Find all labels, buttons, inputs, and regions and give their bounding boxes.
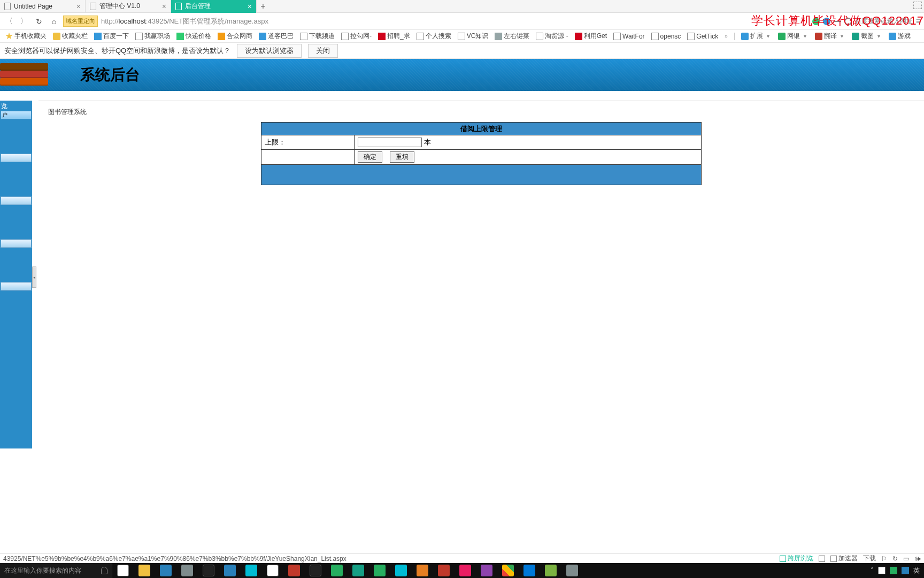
accelerator-button[interactable]: 加速器 [830, 554, 858, 563]
app-button[interactable] [283, 563, 305, 578]
app-button[interactable] [412, 563, 433, 578]
app-button[interactable] [433, 563, 455, 578]
tray-chevron-icon[interactable]: ˄ [871, 567, 874, 574]
bookmark-item[interactable]: 左右键菜 [492, 32, 532, 41]
default-browser-notice: 安全浏览器可以保护网购安全、秒开QQ空间和新浪微博，是否设为默认？ 设为默认浏览… [0, 43, 924, 59]
ext-icon [741, 33, 749, 40]
app-button[interactable] [262, 563, 283, 578]
refresh-button[interactable] [819, 556, 825, 562]
qq-button[interactable] [198, 563, 219, 578]
app-button[interactable] [155, 563, 176, 578]
edge-button[interactable] [519, 563, 540, 578]
app-button[interactable] [561, 563, 583, 578]
new-tab-button[interactable]: + [257, 2, 270, 11]
bookmark-item[interactable]: 我赢职场 [133, 32, 172, 41]
tab-untitled[interactable]: Untitled Page × [0, 0, 86, 13]
site-icon [575, 33, 582, 40]
reload-button[interactable]: ↻ [33, 16, 45, 27]
doc-icon [536, 33, 543, 40]
bookmark-item[interactable]: GetTick [685, 33, 720, 40]
bookmark-item[interactable]: WaitFor [611, 33, 647, 40]
doc-icon [417, 33, 424, 40]
reset-button[interactable]: 重填 [390, 151, 414, 163]
app-button[interactable] [305, 563, 326, 578]
app-button[interactable] [176, 563, 198, 578]
ext-item[interactable]: 游戏 [887, 32, 913, 41]
doc-icon [300, 33, 307, 40]
tab-admin-center[interactable]: 管理中心 V1.0 × [86, 0, 171, 13]
ext-item[interactable]: 翻译▾ [813, 32, 848, 41]
ext-icon [889, 33, 896, 40]
back-button[interactable]: 〈 [3, 16, 15, 27]
mic-icon[interactable] [101, 567, 107, 574]
close-icon[interactable]: × [248, 2, 252, 11]
set-default-button[interactable]: 设为默认浏览器 [237, 44, 302, 58]
bookmark-item[interactable]: 快递价格 [174, 32, 213, 41]
home-button[interactable]: ⌂ [48, 16, 60, 27]
doc-icon [613, 33, 621, 40]
divider [734, 33, 735, 40]
bookmark-item[interactable]: 下载频道 [298, 32, 337, 41]
star-icon [5, 33, 13, 40]
tray-icon[interactable] [902, 567, 909, 574]
sidebar-item[interactable]: 户 [1, 111, 32, 119]
chrome-button[interactable] [497, 563, 519, 578]
app-button[interactable] [540, 563, 561, 578]
tab-label: 管理中心 V1.0 [99, 2, 140, 11]
sidebar-collapse-handle[interactable]: ◂ [32, 267, 36, 288]
form-footer [261, 165, 702, 185]
close-icon[interactable]: × [76, 2, 81, 11]
sidebar-item[interactable] [1, 196, 32, 205]
sidebar-item[interactable] [1, 154, 32, 162]
bookmark-item[interactable]: 百度一下 [92, 32, 131, 41]
app-button[interactable] [219, 563, 241, 578]
taskbar-search[interactable]: 在这里输入你要搜索的内容 [0, 563, 112, 578]
tab-backend[interactable]: 后台管理 × [171, 0, 257, 13]
sound-icon[interactable]: 🕪 [914, 555, 921, 562]
bookmark-item[interactable]: 手机收藏夹 [3, 32, 49, 41]
task-view-button[interactable] [112, 563, 134, 578]
ext-item[interactable]: 网银▾ [776, 32, 811, 41]
app-button[interactable] [348, 563, 369, 578]
tray-icon[interactable] [890, 567, 897, 574]
bookmark-item[interactable]: 个人搜索 [414, 32, 453, 41]
form-title: 借阅上限管理 [261, 123, 702, 135]
bookmark-item[interactable]: 道客巴巴 [257, 32, 296, 41]
close-icon[interactable]: × [162, 2, 166, 11]
sync-icon[interactable]: ↻ [892, 555, 898, 562]
window-restore-icon[interactable] [913, 2, 922, 9]
bookmark-item[interactable]: 合众网商 [215, 32, 255, 41]
bookmark-item[interactable]: 收藏夹栏 [51, 32, 90, 41]
close-notice-button[interactable]: 关闭 [308, 44, 338, 58]
app-button[interactable] [455, 563, 476, 578]
app-button[interactable] [476, 563, 497, 578]
file-explorer-button[interactable] [134, 563, 155, 578]
sidebar-item[interactable] [1, 239, 32, 248]
bookmark-item[interactable]: 淘货源 - [534, 32, 570, 41]
flag-icon[interactable]: ⚐ [881, 555, 887, 562]
ime-indicator[interactable]: 英 [913, 566, 920, 575]
app-button[interactable] [241, 563, 262, 578]
ext-item[interactable]: 扩展▾ [739, 32, 774, 41]
bookmark-item[interactable]: 招聘_求 [376, 32, 412, 41]
chevron-right-icon[interactable]: » [722, 33, 730, 39]
confirm-button[interactable]: 确定 [358, 151, 382, 163]
url-display[interactable]: http://localhost:43925/NET图书管理系统/manage.… [101, 17, 268, 26]
ext-item[interactable]: 截图▾ [850, 32, 884, 41]
folder-icon [53, 33, 60, 40]
download-button[interactable]: 下载 [863, 554, 876, 563]
app-button[interactable] [390, 563, 412, 578]
limit-input[interactable] [358, 138, 422, 147]
bookmark-item[interactable]: VC知识 [456, 32, 491, 41]
sidebar-item[interactable] [1, 282, 32, 291]
app-button[interactable] [369, 563, 390, 578]
bookmark-item[interactable]: 利用Get [573, 32, 609, 41]
app-button[interactable] [326, 563, 348, 578]
status-bar: 43925/NET%e5%9b%be%e4%b9%a6%e7%ae%a1%e7%… [0, 553, 924, 563]
bookmark-item[interactable]: 拉勾网- [339, 32, 374, 41]
cross-screen-button[interactable]: 跨屏浏览 [780, 554, 813, 563]
zoom-icon[interactable]: ▭ [903, 555, 909, 562]
forward-button[interactable]: 〉 [18, 16, 30, 27]
tray-icon[interactable] [878, 567, 886, 574]
bookmark-item[interactable]: opensc [649, 33, 683, 40]
